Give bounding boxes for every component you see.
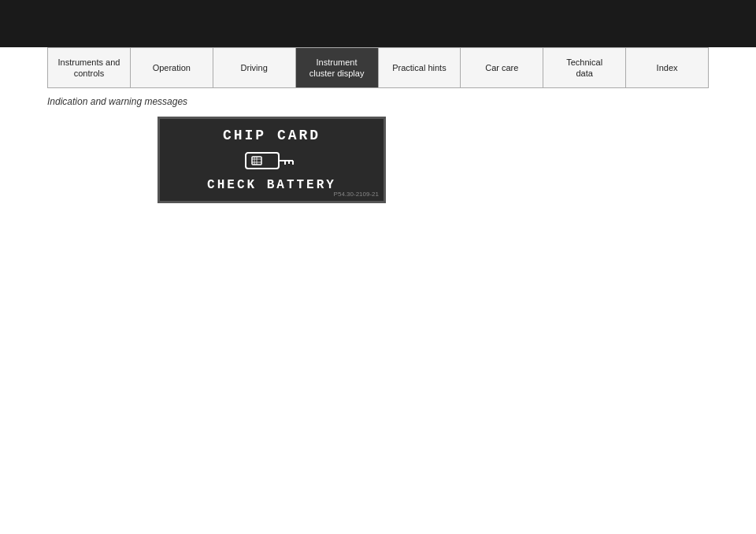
navigation-bar: Instruments and controls Operation Drivi… bbox=[47, 47, 709, 88]
part-number: P54.30-2109-21 bbox=[334, 191, 379, 198]
nav-item-technical-data[interactable]: Technicaldata bbox=[543, 48, 626, 87]
check-battery-text: CHECK BATTERY bbox=[207, 178, 336, 192]
chip-card-text: CHIP CARD bbox=[223, 128, 321, 143]
content-area: CHIP CARD bbox=[47, 117, 709, 203]
nav-item-driving[interactable]: Driving bbox=[213, 48, 296, 87]
svg-rect-0 bbox=[246, 153, 279, 169]
page-container: Instruments and controls Operation Drivi… bbox=[0, 47, 756, 534]
chip-card-icon bbox=[244, 150, 299, 172]
nav-item-car-care[interactable]: Car care bbox=[461, 48, 543, 87]
nav-item-instruments[interactable]: Instruments and controls bbox=[48, 48, 131, 87]
nav-item-instrument-cluster[interactable]: Instrumentcluster display bbox=[296, 48, 379, 87]
instrument-cluster-display: CHIP CARD bbox=[158, 117, 386, 203]
nav-item-index[interactable]: Index bbox=[626, 48, 708, 87]
nav-item-operation[interactable]: Operation bbox=[131, 48, 213, 87]
section-label: Indication and warning messages bbox=[47, 96, 709, 107]
nav-item-practical-hints[interactable]: Practical hints bbox=[379, 48, 461, 87]
